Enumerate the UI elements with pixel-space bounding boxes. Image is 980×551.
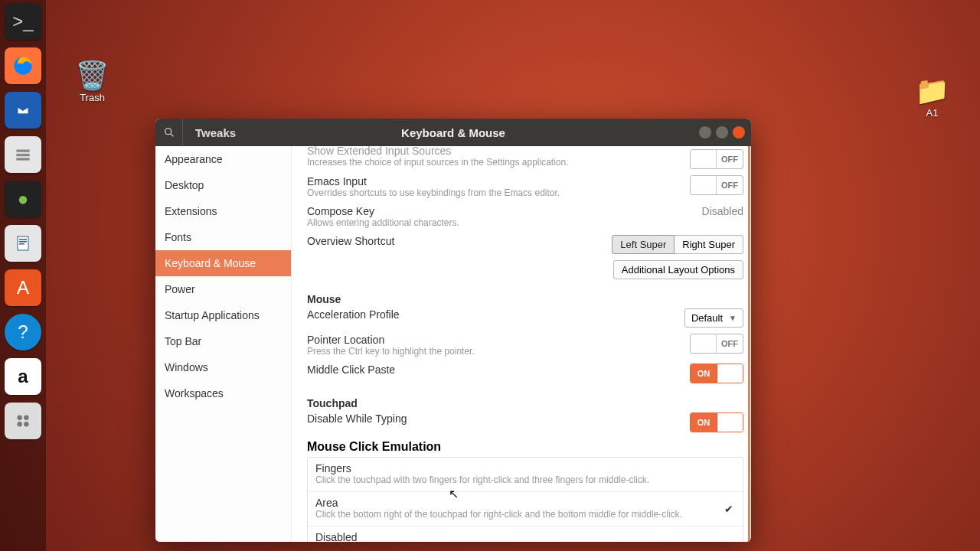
emulation-heading: Mouse Click Emulation: [307, 440, 743, 454]
emacs-sub: Overrides shortcuts to use keybindings f…: [307, 187, 675, 199]
overview-label: Overview Shortcut: [307, 235, 596, 247]
svg-point-1: [15, 102, 31, 119]
compose-sub: Allows entering additional characters.: [307, 217, 687, 229]
sidebar-item-workspaces[interactable]: Workspaces: [155, 380, 291, 406]
dock-help[interactable]: ?: [5, 314, 41, 350]
pointer-sub: Press the Ctrl key to highlight the poin…: [307, 346, 675, 357]
close-button[interactable]: [733, 126, 745, 139]
emulation-radio-group: Fingers Click the touchpad with two fing…: [307, 457, 743, 542]
sidebar: Appearance Desktop Extensions Fonts Keyb…: [155, 146, 292, 542]
svg-rect-8: [19, 243, 24, 245]
sidebar-item-desktop[interactable]: Desktop: [155, 172, 291, 198]
mouse-heading: Mouse: [307, 293, 743, 305]
svg-point-11: [17, 422, 22, 427]
dock-files[interactable]: [5, 136, 41, 173]
dock-firefox[interactable]: [5, 47, 41, 84]
svg-line-14: [171, 134, 173, 136]
extended-sources-label: Show Extended Input Sources: [307, 146, 675, 157]
compose-value[interactable]: Disabled: [702, 205, 743, 217]
search-button[interactable]: [155, 119, 183, 146]
sidebar-item-topbar[interactable]: Top Bar: [155, 328, 291, 354]
desktop-trash[interactable]: 🗑️ Trash: [75, 60, 109, 103]
pointer-label: Pointer Location: [307, 334, 675, 346]
desktop-folder-a1[interactable]: 📁 A1: [915, 75, 949, 119]
additional-layout-button[interactable]: Additional Layout Options: [613, 260, 743, 279]
overview-left-super[interactable]: Left Super: [612, 235, 675, 254]
scrollbar[interactable]: [748, 146, 750, 542]
tweaks-window: Tweaks Keyboard & Mouse Appearance Deskt…: [155, 119, 751, 542]
sidebar-item-startup[interactable]: Startup Applications: [155, 302, 291, 328]
trash-icon: 🗑️: [75, 60, 109, 92]
content-pane[interactable]: Show Extended Input Sources Increases th…: [292, 146, 751, 542]
app-title: Tweaks: [183, 126, 236, 139]
dock-thunderbird[interactable]: [5, 92, 41, 129]
overview-right-super[interactable]: Right Super: [675, 235, 743, 254]
sidebar-item-appearance[interactable]: Appearance: [155, 146, 291, 172]
dock-settings[interactable]: [5, 403, 41, 439]
window-buttons: [699, 126, 745, 139]
accel-profile-select[interactable]: Default ▼: [684, 308, 743, 328]
accel-label: Acceleration Profile: [307, 308, 669, 321]
dock-software[interactable]: ●: [5, 181, 41, 217]
svg-rect-6: [19, 239, 27, 240]
desktop-trash-label: Trash: [80, 92, 105, 103]
maximize-button[interactable]: [716, 126, 728, 139]
sidebar-item-fonts[interactable]: Fonts: [155, 224, 291, 250]
compose-label: Compose Key: [307, 205, 687, 217]
middle-click-toggle[interactable]: ON: [690, 364, 743, 383]
emulation-fingers[interactable]: Fingers Click the touchpad with two fing…: [308, 458, 743, 491]
folder-icon: 📁: [915, 75, 949, 107]
sidebar-item-power[interactable]: Power: [155, 276, 291, 302]
svg-point-13: [165, 129, 171, 135]
svg-rect-4: [16, 158, 29, 160]
svg-point-12: [24, 422, 29, 427]
dock-amazon[interactable]: a: [5, 358, 41, 395]
minimize-button[interactable]: [699, 126, 711, 139]
chevron-down-icon: ▼: [729, 314, 737, 322]
disable-typing-toggle[interactable]: ON: [690, 412, 743, 432]
dock-ubuntu-software[interactable]: A: [5, 269, 41, 306]
disable-typing-label: Disable While Typing: [307, 412, 675, 425]
emacs-toggle[interactable]: OFF: [690, 175, 743, 195]
overview-shortcut-segmented: Left Super Right Super: [612, 235, 743, 254]
sidebar-item-windows[interactable]: Windows: [155, 354, 291, 380]
extended-sources-sub: Increases the choice of input sources in…: [307, 157, 675, 168]
desktop-folder-label: A1: [926, 107, 939, 119]
titlebar[interactable]: Tweaks Keyboard & Mouse: [155, 119, 751, 146]
check-icon: ✔: [724, 503, 733, 515]
search-icon: [163, 126, 175, 139]
svg-point-10: [24, 415, 29, 420]
accel-profile-value: Default: [691, 312, 723, 324]
svg-rect-7: [19, 241, 27, 243]
svg-rect-2: [16, 150, 29, 152]
emulation-disabled[interactable]: Disabled Don't use mouse click emulation…: [308, 526, 743, 542]
pointer-location-toggle[interactable]: OFF: [690, 334, 743, 354]
sidebar-item-extensions[interactable]: Extensions: [155, 198, 291, 224]
svg-point-9: [17, 415, 22, 420]
svg-rect-3: [16, 154, 29, 156]
panel-title: Keyboard & Mouse: [401, 126, 505, 139]
middle-click-label: Middle Click Paste: [307, 364, 675, 376]
dock-terminal[interactable]: >_: [5, 3, 41, 40]
emacs-label: Emacs Input: [307, 175, 675, 187]
sidebar-item-keyboard-mouse[interactable]: Keyboard & Mouse: [155, 250, 291, 276]
touchpad-heading: Touchpad: [307, 397, 743, 409]
extended-sources-toggle[interactable]: OFF: [690, 149, 743, 169]
emulation-area[interactable]: Area Click the bottom right of the touch…: [308, 491, 743, 526]
dock-writer[interactable]: [5, 225, 41, 262]
launcher-dock: >_ ● A ? a: [0, 0, 46, 551]
